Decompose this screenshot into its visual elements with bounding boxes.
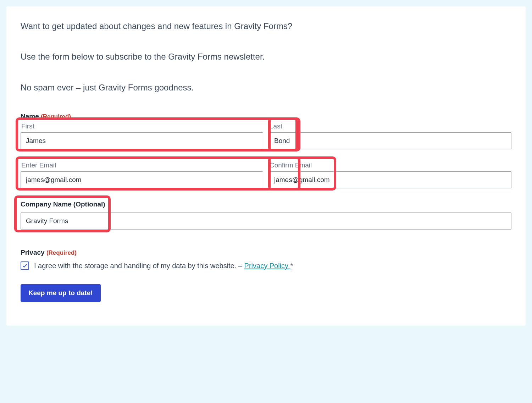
company-section: Company Name (Optional) (21, 200, 511, 230)
check-icon (22, 263, 28, 269)
privacy-label: Privacy (Required) (21, 249, 511, 256)
intro-line-1: Want to get updated about changes and ne… (21, 21, 511, 32)
privacy-label-text: Privacy (21, 249, 45, 256)
privacy-consent-text: I agree with the storage and handling of… (34, 262, 293, 270)
confirm-email-input[interactable] (269, 171, 511, 188)
privacy-asterisk: * (290, 262, 293, 270)
privacy-checkbox[interactable] (21, 261, 29, 270)
submit-button[interactable]: Keep me up to date! (21, 284, 101, 302)
intro-line-3: No spam ever – just Gravity Forms goodne… (21, 82, 511, 93)
privacy-consent-prefix: I agree with the storage and handling of… (34, 262, 244, 270)
privacy-required-tag: (Required) (46, 249, 77, 256)
first-name-label: First (21, 122, 263, 130)
email-section: Enter Email Confirm Email (21, 161, 511, 188)
privacy-section: Privacy (Required) I agree with the stor… (21, 249, 511, 270)
name-label-text: Name (21, 112, 39, 120)
enter-email-label: Enter Email (21, 161, 263, 169)
confirm-email-label: Confirm Email (270, 161, 511, 169)
form-card: Want to get updated about changes and ne… (6, 6, 526, 326)
first-name-input[interactable] (21, 132, 263, 149)
enter-email-input[interactable] (21, 171, 263, 188)
name-required-tag: (Required) (41, 113, 71, 120)
last-name-input[interactable] (269, 132, 511, 149)
intro-copy: Want to get updated about changes and ne… (21, 21, 511, 93)
name-section: Name (Required) First Last (21, 112, 511, 149)
intro-line-2: Use the form below to subscribe to the G… (21, 51, 511, 62)
name-label: Name (Required) (21, 112, 511, 120)
company-input[interactable] (21, 212, 511, 230)
company-label: Company Name (Optional) (21, 200, 511, 208)
last-name-label: Last (270, 122, 511, 130)
privacy-policy-link[interactable]: Privacy Policy (244, 262, 290, 270)
